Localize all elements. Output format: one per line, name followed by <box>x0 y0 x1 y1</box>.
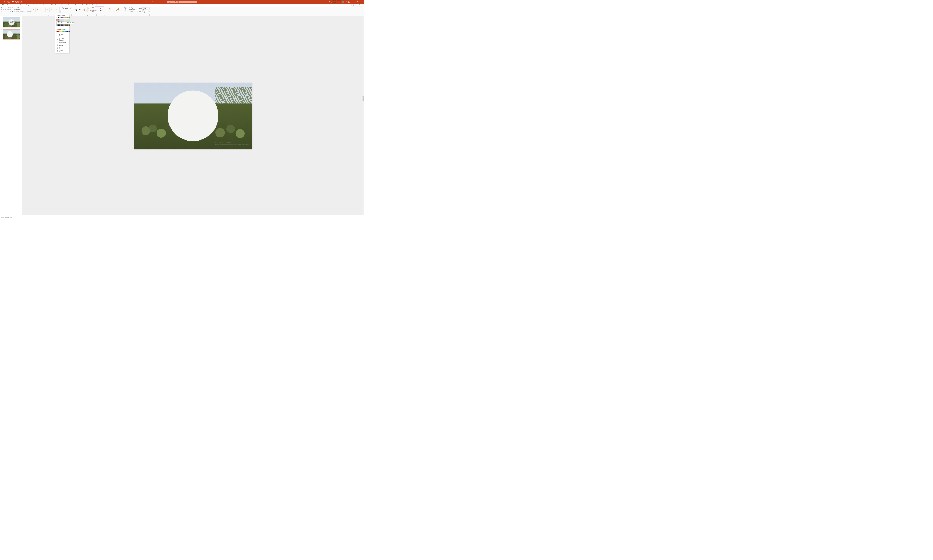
send-backward-button[interactable]: SendBackward ▾ <box>114 7 121 13</box>
style-down-icon[interactable]: ▾ <box>59 9 61 11</box>
close-button[interactable]: ✕ <box>360 0 363 4</box>
shape-arc-icon[interactable] <box>3 11 4 12</box>
redo-icon[interactable] <box>17 0 20 3</box>
autosave-toggle[interactable] <box>7 1 11 2</box>
style-thumb-1[interactable]: Abc <box>27 8 31 12</box>
autosave[interactable]: AutoSave <box>0 1 11 2</box>
wordart-style-1[interactable]: A <box>74 8 78 12</box>
color-swatch[interactable] <box>65 31 66 32</box>
wa-up-icon[interactable]: ▴ <box>86 7 88 9</box>
color-swatch[interactable] <box>63 25 65 26</box>
width-input[interactable]: 14,62 cm <box>143 10 149 12</box>
color-swatch[interactable] <box>67 20 68 22</box>
shape-cylinder-icon[interactable] <box>8 9 10 11</box>
from-beginning-icon[interactable] <box>20 0 22 3</box>
color-swatch[interactable] <box>58 31 59 32</box>
tab-view[interactable]: View <box>74 4 79 6</box>
color-swatch[interactable] <box>59 19 61 20</box>
slide-thumbnails-panel[interactable]: 1 TROPICALLEAVESTRANSPARENT SHAPES 2 <box>0 16 22 215</box>
style-thumb-3[interactable]: Abc <box>36 8 40 12</box>
comments-button[interactable]: 💬 <box>352 4 355 6</box>
color-swatch[interactable] <box>61 31 62 32</box>
shape-line2-icon[interactable] <box>5 7 6 9</box>
gradient-item[interactable]: ◧Gradient▸ <box>55 47 69 49</box>
color-swatch[interactable] <box>66 19 67 20</box>
shape-brace2-icon[interactable]: } <box>6 11 8 12</box>
ribbon-options-icon[interactable] <box>348 0 350 3</box>
color-swatch[interactable] <box>63 31 65 32</box>
tab-slide-show[interactable]: Slide Show <box>50 4 59 6</box>
color-swatch[interactable] <box>57 17 58 18</box>
text-box-button[interactable]: ▢Text Box <box>14 9 25 11</box>
color-swatch[interactable] <box>67 19 68 20</box>
shapes-gallery[interactable]: A ★ { } ✦ ⋯ ▾ <box>1 7 13 12</box>
color-swatch[interactable] <box>67 25 68 26</box>
shape-connector-icon[interactable] <box>6 7 8 9</box>
style-up-icon[interactable]: ▴ <box>59 7 61 9</box>
shape-doublearrow-icon[interactable] <box>5 9 6 11</box>
shape-textbox-icon[interactable]: A <box>1 7 2 9</box>
tab-home[interactable]: Home <box>6 4 12 6</box>
color-swatch[interactable] <box>62 19 63 20</box>
canvas-scroll[interactable]: Windows aktivieren Wechseln Sie zu den E… <box>22 16 364 215</box>
tab-transitions[interactable]: Transitions <box>31 4 41 6</box>
tab-animations[interactable]: Animations <box>40 4 50 6</box>
color-swatch[interactable] <box>68 19 70 20</box>
color-swatch[interactable] <box>68 25 70 26</box>
shape-arrow-icon[interactable] <box>3 9 4 11</box>
shapes-more-dropdown-icon[interactable]: ▾ <box>12 11 13 12</box>
color-swatch[interactable] <box>61 17 62 18</box>
shape-style-gallery[interactable]: Abc Abc Abc Abc Abc Abc Abc ▴▾⊟ <box>27 7 61 13</box>
shape-star-icon[interactable]: ★ <box>10 9 11 11</box>
tab-design[interactable]: Design <box>24 4 31 6</box>
color-swatch[interactable] <box>57 20 58 22</box>
selection-pane-button[interactable]: SelectionPane <box>122 7 128 13</box>
color-swatch[interactable] <box>63 20 65 22</box>
shape-circle[interactable] <box>168 90 219 141</box>
shape-brace-icon[interactable]: { <box>5 11 6 12</box>
shape-fill-button[interactable]: 🪣 Shape Fill ▾ <box>62 7 72 9</box>
collapse-ribbon-icon[interactable]: ⌃ <box>362 14 363 15</box>
shape-star4-icon[interactable]: ✦ <box>8 11 10 12</box>
color-swatch[interactable] <box>65 19 66 20</box>
tab-insert[interactable]: Insert <box>12 4 18 6</box>
slide-canvas[interactable]: Windows aktivieren Wechseln Sie zu den E… <box>134 83 252 149</box>
style-thumb-5[interactable]: Abc <box>45 8 49 12</box>
size-launcher[interactable]: ↘ <box>149 14 150 15</box>
share-button[interactable]: ↗ Share <box>356 4 363 6</box>
color-swatch[interactable] <box>59 17 61 18</box>
tab-file[interactable]: File <box>1 4 6 6</box>
rotate-button[interactable]: ⟳ Rotate ▾ <box>129 11 135 12</box>
color-swatch[interactable] <box>58 20 59 22</box>
color-swatch[interactable] <box>57 31 58 32</box>
more-colors-item[interactable]: 🎨More Fill Colors... <box>55 38 69 42</box>
style-thumb-7[interactable]: Abc <box>55 8 59 12</box>
color-swatch[interactable] <box>68 20 70 22</box>
tab-slidelizard[interactable]: SlideLizard <box>85 4 94 6</box>
tab-record[interactable]: Record <box>59 4 66 6</box>
shape-more-icon[interactable]: ⋯ <box>10 11 11 12</box>
color-swatch[interactable] <box>68 31 70 32</box>
slide-thumbnail-1[interactable]: TROPICALLEAVESTRANSPARENT SHAPES <box>3 17 20 27</box>
color-swatch[interactable] <box>66 20 67 22</box>
color-swatch[interactable] <box>61 20 62 22</box>
color-swatch[interactable] <box>62 31 63 32</box>
alt-text-button[interactable]: AltText <box>99 7 103 13</box>
picture-item[interactable]: 🖼Picture... <box>55 44 69 47</box>
width-down-icon[interactable]: ▾ <box>149 11 150 12</box>
color-swatch[interactable] <box>58 19 59 20</box>
shape-line-icon[interactable] <box>3 7 4 9</box>
style-more-icon[interactable]: ⊟ <box>59 11 61 12</box>
align-button[interactable]: ⊫ Align ▾ <box>129 7 135 9</box>
bring-forward-button[interactable]: BringForward ▾ <box>107 7 113 13</box>
tab-draw[interactable]: Draw <box>18 4 24 6</box>
color-swatch[interactable] <box>59 31 61 32</box>
minimize-button[interactable]: ─ <box>351 0 355 4</box>
text-effects-button[interactable]: A Text Effects ▾ <box>88 11 97 13</box>
shape-roundrect-icon[interactable] <box>12 7 13 9</box>
color-swatch[interactable] <box>62 17 63 18</box>
wa-down-icon[interactable]: ▾ <box>86 9 88 11</box>
save-icon[interactable] <box>12 0 14 3</box>
notes-pane[interactable]: Click to add notes <box>0 215 364 218</box>
color-swatch[interactable] <box>58 25 59 26</box>
